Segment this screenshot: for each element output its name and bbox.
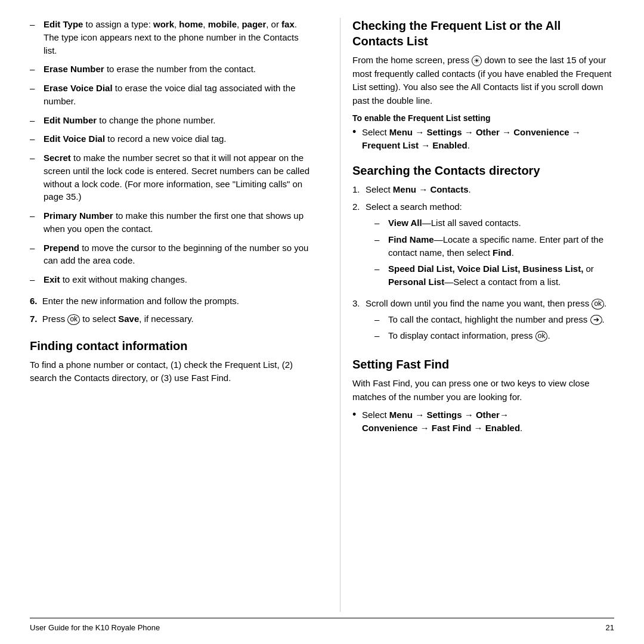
bold-text: View All <box>388 218 422 228</box>
bold-text: fax <box>281 19 295 29</box>
dash-icon: – <box>30 132 41 145</box>
step-content: Select Menu → Contacts. <box>366 183 614 196</box>
bold-text: Enabled <box>432 140 467 150</box>
bold-text: Find <box>493 247 512 258</box>
bullet-content: Erase Voice Dial to erase the voice dial… <box>44 82 313 108</box>
search-step-1: 1. Select Menu → Contacts. <box>352 183 614 196</box>
bullet-list: – Edit Type to assign a type: work, home… <box>30 18 313 286</box>
bold-text: Menu <box>389 410 413 420</box>
step6-text: 6. Enter the new information and follow … <box>30 295 313 308</box>
finding-title: Finding contact information <box>30 338 313 354</box>
dash-icon: – <box>30 114 41 127</box>
left-column: – Edit Type to assign a type: work, home… <box>30 18 322 612</box>
bold-text: Convenience <box>513 127 569 137</box>
checking-paragraph: From the home screen, press ☀ down to se… <box>352 54 614 107</box>
dash-icon: – <box>374 216 385 230</box>
bold-text: Speed Dial List, Voice Dial List, Busine… <box>388 264 583 274</box>
bold-text: Contacts <box>430 184 468 194</box>
bold-text: Menu <box>389 127 413 137</box>
step-num: 2. <box>352 200 366 292</box>
footer: User Guide for the K10 Royale Phone 21 <box>30 618 614 632</box>
bold-text: Edit Number <box>44 115 97 125</box>
enable-subtitle: To enable the Frequent List setting <box>352 113 614 123</box>
dash-icon: – <box>374 313 385 326</box>
dash-icon: – <box>30 63 41 76</box>
bold-text: Other <box>476 410 500 420</box>
bold-text: Edit Type <box>44 19 83 29</box>
sub-list-item: – Speed Dial List, Voice Dial List, Busi… <box>374 262 614 289</box>
searching-title: Searching the Contacts directory <box>352 163 614 178</box>
bold-text: Erase Voice Dial <box>44 83 113 93</box>
step7-text: 7. Press ok to select Save, if necessary… <box>30 312 313 326</box>
dash-icon: – <box>30 273 41 286</box>
sub-list-item: – Find Name—Locate a specific name. Ente… <box>374 233 614 259</box>
search-sub-list2: – To call the contact, highlight the num… <box>366 313 614 343</box>
dash-icon: – <box>374 329 385 342</box>
save-bold: Save <box>118 314 139 324</box>
bullet-content: Exit to exit without making changes. <box>44 273 313 286</box>
list-item: – Edit Number to change the phone number… <box>30 114 313 127</box>
dash-icon: – <box>30 242 41 268</box>
bold-text: Enabled <box>485 423 520 433</box>
search-step-2: 2. Select a search method: – View All—Li… <box>352 200 614 292</box>
dash-icon: – <box>30 18 41 57</box>
bold-text: Personal List <box>388 277 444 287</box>
bold-text: Exit <box>44 274 60 284</box>
bullet-content: Prepend to move the cursor to the beginn… <box>44 242 313 268</box>
sub-list-item: – View All—List all saved contacts. <box>374 216 614 230</box>
step6-block: 6. Enter the new information and follow … <box>30 295 313 326</box>
bold-text: Edit Voice Dial <box>44 134 105 144</box>
footer-left-text: User Guide for the K10 Royale Phone <box>30 623 160 632</box>
ok-icon: ok <box>535 331 548 342</box>
sub-item-text: View All—List all saved contacts. <box>388 216 521 230</box>
sub-list-item: – To display contact information, press … <box>374 329 614 342</box>
right-column: Checking the Frequent List or the All Co… <box>340 18 614 612</box>
bullet-dot-icon: • <box>352 408 362 435</box>
sub-item-text: To display contact information, press ok… <box>388 329 550 342</box>
step7-num: 7. <box>30 314 38 324</box>
bold-text: Fast Find <box>432 423 472 433</box>
enable-text: Select Menu → Settings → Other → Conveni… <box>362 126 614 152</box>
bold-text: home <box>179 19 203 29</box>
bold-text: Menu <box>393 184 416 194</box>
dash-icon: – <box>30 151 41 203</box>
dash-icon: – <box>30 82 41 108</box>
bold-text: Settings <box>426 127 462 137</box>
setting-text: With Fast Find, you can press one or two… <box>352 377 614 404</box>
bold-text: Convenience <box>362 423 417 433</box>
send-icon: ➔ <box>590 315 602 326</box>
step-num: 3. <box>352 297 366 346</box>
bullet-content: Edit Type to assign a type: work, home, … <box>44 18 313 57</box>
bullet-dot-icon: • <box>352 126 362 152</box>
list-item: – Edit Type to assign a type: work, home… <box>30 18 313 57</box>
list-item: – Prepend to move the cursor to the begi… <box>30 242 313 268</box>
search-step-3: 3. Scroll down until you find the name y… <box>352 297 614 346</box>
setting-title: Setting Fast Find <box>352 357 614 372</box>
bold-text: Other <box>476 127 500 137</box>
bold-text: pager <box>242 19 266 29</box>
nav-icon: ☀ <box>472 55 482 67</box>
setting-list-item: • Select Menu → Settings → Other→ Conven… <box>352 408 614 435</box>
sub-list-item: – To call the contact, highlight the num… <box>374 313 614 326</box>
bold-text: Find Name <box>388 234 434 244</box>
search-steps: 1. Select Menu → Contacts. 2. Select a s… <box>352 183 614 346</box>
enable-list-item: • Select Menu → Settings → Other → Conve… <box>352 126 614 152</box>
bullet-content: Edit Number to change the phone number. <box>44 114 313 127</box>
bold-text: Frequent List <box>362 140 419 150</box>
step-num: 1. <box>352 183 366 196</box>
step6-num: 6. <box>30 296 38 306</box>
sub-item-text: To call the contact, highlight the numbe… <box>388 313 605 326</box>
ok-icon: ok <box>67 314 80 325</box>
list-item: – Primary Number to make this number the… <box>30 209 313 236</box>
page: – Edit Type to assign a type: work, home… <box>0 0 644 644</box>
ok-icon: ok <box>592 299 604 309</box>
list-item: – Edit Voice Dial to record a new voice … <box>30 132 313 145</box>
step-content: Select a search method: – View All—List … <box>366 200 614 292</box>
search-sub-list: – View All—List all saved contacts. – Fi… <box>366 216 614 289</box>
bullet-content: Primary Number to make this number the f… <box>44 209 313 236</box>
bullet-content: Edit Voice Dial to record a new voice di… <box>44 132 313 145</box>
dash-icon: – <box>374 233 385 259</box>
dash-icon: – <box>374 262 385 289</box>
enable-list: • Select Menu → Settings → Other → Conve… <box>352 126 614 152</box>
content-area: – Edit Type to assign a type: work, home… <box>30 18 614 612</box>
